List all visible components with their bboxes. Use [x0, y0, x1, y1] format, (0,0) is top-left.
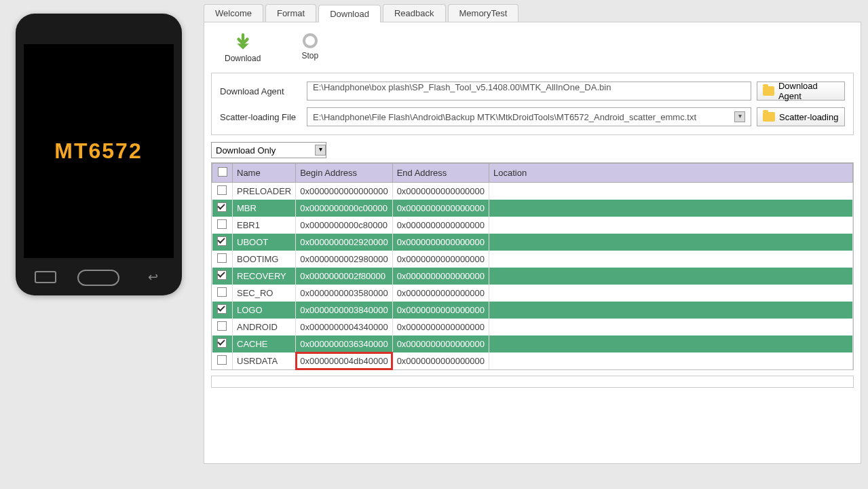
header-checkbox-col[interactable] — [212, 164, 233, 183]
partition-name: USRDATA — [233, 352, 296, 369]
location-cell — [489, 352, 853, 369]
row-checkbox-cell[interactable] — [212, 319, 233, 336]
phone-menu-button-icon — [35, 271, 56, 283]
location-cell — [489, 183, 853, 200]
location-cell — [489, 336, 853, 352]
row-checkbox[interactable] — [217, 338, 227, 348]
partition-name: LOGO — [233, 302, 296, 319]
row-checkbox-cell[interactable] — [212, 352, 233, 369]
row-checkbox[interactable] — [217, 287, 227, 297]
begin-address: 0x0000000003580000 — [296, 285, 392, 302]
row-checkbox[interactable] — [217, 304, 227, 314]
location-cell — [489, 234, 853, 251]
begin-address: 0x0000000036340000 — [296, 336, 392, 352]
mode-row: Download Only ▾ — [211, 142, 854, 158]
download-panel: Download Stop Download Agent E:\Handphon… — [204, 22, 861, 464]
begin-address: 0x0000000002980000 — [296, 251, 392, 268]
header-begin[interactable]: Begin Address — [296, 164, 392, 183]
download-mode-value: Download Only — [216, 145, 276, 156]
download-agent-button[interactable]: Download Agent — [757, 82, 845, 101]
right-panel: Welcome Format Download Readback MemoryT… — [197, 0, 868, 489]
folder-icon — [763, 112, 775, 122]
chipset-label: MT6572 — [54, 139, 142, 164]
row-checkbox-cell[interactable] — [212, 183, 233, 200]
begin-address: 0x0000000002920000 — [296, 234, 392, 251]
chevron-down-icon: ▾ — [315, 145, 326, 156]
partition-name: PRELOADER — [233, 183, 296, 200]
download-button[interactable]: Download — [225, 33, 261, 63]
row-checkbox[interactable] — [217, 253, 227, 263]
end-address: 0x0000000000000000 — [392, 285, 489, 302]
phone-home-button-icon — [77, 270, 119, 286]
row-checkbox-cell[interactable] — [212, 285, 233, 302]
header-name[interactable]: Name — [233, 164, 296, 183]
begin-address: 0x000000004db40000 — [296, 352, 392, 369]
end-address: 0x0000000000000000 — [392, 183, 489, 200]
table-row[interactable]: USRDATA0x000000004db400000x0000000000000… — [212, 352, 853, 369]
end-address: 0x0000000000000000 — [392, 200, 489, 217]
download-mode-select[interactable]: Download Only ▾ — [211, 142, 326, 158]
row-checkbox[interactable] — [217, 185, 227, 195]
select-all-checkbox[interactable] — [218, 167, 227, 177]
partition-name: CACHE — [233, 336, 296, 352]
table-row[interactable]: MBR0x0000000000c000000x0000000000000000 — [212, 200, 853, 217]
phone-back-button-icon: ↩ — [144, 271, 163, 283]
row-checkbox[interactable] — [217, 202, 227, 212]
download-agent-path[interactable]: E:\Handphone\box plash\SP_Flash_Tool_v5.… — [307, 82, 751, 101]
table-header-row: Name Begin Address End Address Location — [212, 164, 853, 183]
row-checkbox-cell[interactable] — [212, 251, 233, 268]
scatter-file-path[interactable]: E:\Handphone\File Flash\Android\Backup M… — [307, 107, 751, 126]
end-address: 0x0000000000000000 — [392, 217, 489, 234]
partition-name: SEC_RO — [233, 285, 296, 302]
scatter-loading-button-label: Scatter-loading — [779, 112, 838, 122]
download-agent-button-label: Download Agent — [778, 81, 839, 101]
scatter-loading-button[interactable]: Scatter-loading — [757, 107, 845, 126]
tab-format[interactable]: Format — [265, 4, 316, 22]
row-checkbox-cell[interactable] — [212, 200, 233, 217]
row-checkbox-cell[interactable] — [212, 268, 233, 285]
header-end[interactable]: End Address — [392, 164, 489, 183]
end-address: 0x0000000000000000 — [392, 352, 489, 369]
location-cell — [489, 268, 853, 285]
table-row[interactable]: BOOTIMG0x00000000029800000x0000000000000… — [212, 251, 853, 268]
table-row[interactable]: RECOVERY0x0000000002f800000x000000000000… — [212, 268, 853, 285]
phone-mockup: MT6572 ↩ — [16, 14, 182, 295]
tab-welcome[interactable]: Welcome — [204, 4, 263, 22]
phone-screen: MT6572 — [24, 44, 174, 258]
end-address: 0x0000000000000000 — [392, 234, 489, 251]
stop-button[interactable]: Stop — [301, 33, 318, 63]
row-checkbox-cell[interactable] — [212, 217, 233, 234]
begin-address: 0x0000000004340000 — [296, 319, 392, 336]
download-button-label: Download — [225, 54, 261, 63]
table-row[interactable]: CACHE0x00000000363400000x000000000000000… — [212, 336, 853, 352]
partition-name: ANDROID — [233, 319, 296, 336]
scatter-file-label: Scatter-loading File — [220, 112, 301, 122]
row-checkbox-cell[interactable] — [212, 336, 233, 352]
left-panel: MT6572 ↩ — [0, 0, 197, 489]
table-row[interactable]: EBR10x0000000000c800000x0000000000000000 — [212, 217, 853, 234]
status-bar — [211, 376, 854, 388]
row-checkbox-cell[interactable] — [212, 234, 233, 251]
partition-name: RECOVERY — [233, 268, 296, 285]
row-checkbox[interactable] — [217, 355, 227, 365]
chevron-down-icon: ▾ — [734, 111, 745, 122]
download-arrow-icon — [234, 33, 252, 51]
table-row[interactable]: PRELOADER0x00000000000000000x00000000000… — [212, 183, 853, 200]
download-agent-row: Download Agent E:\Handphone\box plash\SP… — [220, 82, 845, 101]
row-checkbox[interactable] — [217, 321, 227, 331]
table-row[interactable]: ANDROID0x00000000043400000x0000000000000… — [212, 319, 853, 336]
row-checkbox-cell[interactable] — [212, 302, 233, 319]
table-row[interactable]: LOGO0x00000000038400000x0000000000000000 — [212, 302, 853, 319]
tab-bar: Welcome Format Download Readback MemoryT… — [204, 4, 861, 22]
tab-memorytest[interactable]: MemoryTest — [448, 4, 519, 22]
end-address: 0x0000000000000000 — [392, 302, 489, 319]
row-checkbox[interactable] — [217, 219, 227, 229]
row-checkbox[interactable] — [217, 236, 227, 246]
tab-download[interactable]: Download — [318, 5, 381, 22]
end-address: 0x0000000000000000 — [392, 319, 489, 336]
table-row[interactable]: UBOOT0x00000000029200000x000000000000000… — [212, 234, 853, 251]
table-row[interactable]: SEC_RO0x00000000035800000x00000000000000… — [212, 285, 853, 302]
row-checkbox[interactable] — [217, 270, 227, 280]
header-location[interactable]: Location — [489, 164, 853, 183]
tab-readback[interactable]: Readback — [383, 4, 446, 22]
